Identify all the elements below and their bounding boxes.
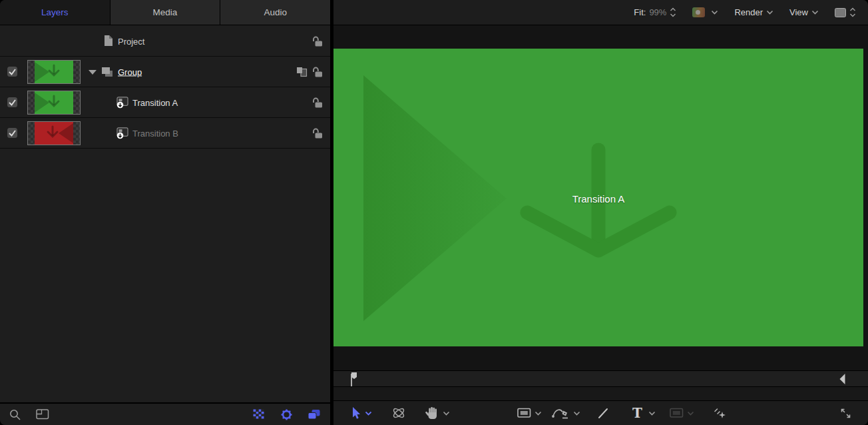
shape-tool-disabled [670,401,684,425]
zoom-value[interactable]: 99% [649,7,666,17]
canvas-area: Fit: 99% Render View [333,0,868,425]
select-tool-icon [350,406,361,420]
shape-tool-disabled-menu [687,401,694,425]
expand-icon [839,407,852,420]
unlock-icon[interactable] [311,127,323,141]
text-tool-menu[interactable] [648,401,656,425]
thumbnail-display-icon[interactable] [36,409,49,422]
line-tool-icon [598,408,609,419]
checkerboard-icon[interactable] [253,409,264,422]
row-label[interactable]: Group [118,67,142,77]
layer-thumbnail[interactable] [27,91,81,115]
orbit-3d-tool[interactable] [391,401,407,425]
bezier-tool-menu[interactable] [573,401,580,425]
layer-thumbnail[interactable] [27,60,81,84]
play-range-out-marker[interactable] [839,374,845,385]
canvas-viewport[interactable]: Transition A [333,49,863,346]
zoom-control[interactable]: Fit: 99% [634,7,676,18]
checkmark-icon [8,129,17,137]
chevron-down-icon [535,411,542,416]
layer-row-transition-a[interactable]: Transition A [0,87,330,118]
layer-thumbnail[interactable] [27,121,81,145]
layer-row-group[interactable]: Group [0,57,330,87]
bezier-tool-icon [551,407,570,420]
canvas-overlay-text: Transition A [333,193,863,205]
row-label[interactable]: Transition B [132,128,178,138]
visibility-checkbox[interactable] [7,128,17,138]
display-layout-control[interactable] [835,7,856,18]
canvas-topbar: Fit: 99% Render View [333,0,868,25]
pan-tool[interactable] [425,401,439,425]
chevron-down-icon [687,411,694,416]
pan-tool-icon [425,406,439,420]
shape-tool-disabled-icon [670,408,684,418]
unlock-icon[interactable] [311,66,323,80]
motion-window: Layers Media Audio Project [0,0,868,425]
tab-audio[interactable]: Audio [220,0,330,25]
layer-row-project[interactable]: Project [0,26,330,57]
play-range-in-marker[interactable] [349,372,358,387]
row-label[interactable]: Project [118,36,144,46]
view-menu[interactable]: View [789,7,819,17]
tab-layers[interactable]: Layers [0,0,110,25]
channels-control[interactable] [692,7,718,17]
panel-tabbar: Layers Media Audio [0,0,330,25]
text-tool[interactable]: T [632,401,642,425]
chevron-down-icon [766,10,773,15]
text-tool-icon: T [632,406,642,420]
fit-label: Fit: [634,7,646,17]
rectangle-tool-icon [517,408,531,418]
chevron-down-icon [648,411,656,416]
select-tool-menu[interactable] [365,401,372,425]
layers-list: Project Group [0,26,330,402]
expand-control[interactable] [839,401,852,425]
chevron-down-icon [811,10,819,15]
color-swatch-icon [692,7,705,17]
orbit-3d-tool-icon [391,406,407,420]
document-icon [104,35,113,49]
rectangle-tool-menu[interactable] [535,401,542,425]
chevron-down-icon [711,10,718,15]
layers-stack-icon[interactable] [308,409,321,423]
canvas-toolbar: T [333,400,868,425]
adjust-glyph-tool[interactable] [713,401,726,425]
stepper-icon [849,7,856,18]
chevron-down-icon [443,411,450,416]
rectangle-tool[interactable] [517,401,531,425]
search-icon[interactable] [9,409,22,424]
checkmark-icon [8,67,17,76]
bezier-tool[interactable] [551,401,570,425]
line-tool[interactable] [598,401,609,425]
checkmark-icon [8,98,17,107]
group-icon [101,67,114,81]
row-label[interactable]: Transition A [132,97,178,107]
pan-tool-menu[interactable] [443,401,450,425]
drop-zone-icon [116,127,129,143]
layers-panel-footer [0,402,330,425]
gear-icon[interactable] [280,408,293,424]
timeline-scrubber[interactable] [333,370,868,387]
stepper-icon[interactable] [670,7,676,18]
unlock-icon[interactable] [311,35,323,49]
chevron-down-icon [573,411,580,416]
visibility-checkbox[interactable] [7,67,17,77]
render-label: Render [734,7,763,17]
drop-zone-icon [116,97,129,112]
rasterization-icon[interactable] [296,67,308,80]
render-menu[interactable]: Render [734,7,773,17]
select-tool[interactable] [350,401,361,425]
adjust-glyph-tool-icon [713,407,726,420]
tab-media[interactable]: Media [110,0,221,25]
chevron-down-icon [365,411,372,416]
visibility-checkbox[interactable] [7,97,17,107]
timeline-band [333,387,868,400]
disclosure-triangle-icon[interactable] [89,70,97,75]
display-layout-icon [835,8,846,17]
layers-panel: Layers Media Audio Project [0,0,330,425]
unlock-icon[interactable] [311,97,323,111]
view-label: View [789,7,808,17]
layer-row-transition-b[interactable]: Transition B [0,118,330,149]
